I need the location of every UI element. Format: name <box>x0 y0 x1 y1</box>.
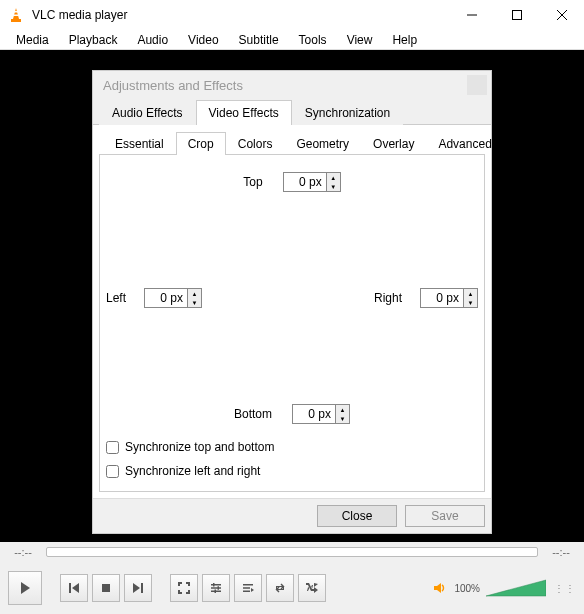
svg-rect-16 <box>243 584 253 586</box>
next-button[interactable] <box>124 574 152 602</box>
menu-video[interactable]: Video <box>178 31 228 49</box>
close-button[interactable] <box>539 0 584 30</box>
crop-right-spinner[interactable]: ▲▼ <box>420 288 478 308</box>
loop-button[interactable] <box>266 574 294 602</box>
subtab-colors[interactable]: Colors <box>226 132 285 155</box>
svg-rect-13 <box>213 583 215 587</box>
svg-rect-11 <box>211 587 221 589</box>
svg-rect-9 <box>141 583 143 593</box>
vlc-logo-icon <box>8 7 24 23</box>
save-dialog-button[interactable]: Save <box>405 505 485 527</box>
menu-media[interactable]: Media <box>6 31 59 49</box>
svg-rect-15 <box>215 590 217 594</box>
crop-left-spinner[interactable]: ▲▼ <box>144 288 202 308</box>
subtab-essential[interactable]: Essential <box>103 132 176 155</box>
svg-rect-1 <box>14 11 18 13</box>
svg-rect-4 <box>512 11 521 20</box>
crop-right-label: Right <box>374 291 402 305</box>
menu-audio[interactable]: Audio <box>127 31 178 49</box>
crop-bottom-label: Bottom <box>234 407 272 421</box>
volume-control: 100% ⋮⋮ <box>432 578 576 598</box>
menu-bar: Media Playback Audio Video Subtitle Tool… <box>0 30 584 50</box>
svg-rect-8 <box>102 584 110 592</box>
tab-audio-effects[interactable]: Audio Effects <box>99 100 196 125</box>
svg-rect-18 <box>243 591 250 593</box>
speaker-icon[interactable] <box>432 580 448 596</box>
video-effects-panel: Essential Crop Colors Geometry Overlay A… <box>93 125 491 498</box>
more-icon[interactable]: ⋮⋮ <box>554 583 576 594</box>
svg-rect-17 <box>243 587 250 589</box>
spin-up-icon[interactable]: ▲ <box>336 405 349 414</box>
crop-left-input[interactable] <box>145 289 187 307</box>
dialog-title: Adjustments and Effects <box>93 71 491 99</box>
spin-up-icon[interactable]: ▲ <box>464 289 477 298</box>
spin-down-icon[interactable]: ▼ <box>336 414 349 423</box>
crop-top-spinner[interactable]: ▲▼ <box>283 172 341 192</box>
close-dialog-button[interactable]: Close <box>317 505 397 527</box>
tab-synchronization[interactable]: Synchronization <box>292 100 403 125</box>
crop-panel: Top ▲▼ Left ▲▼ Right <box>99 155 485 492</box>
remaining-time: --:-- <box>546 546 576 558</box>
subtab-crop[interactable]: Crop <box>176 132 226 155</box>
crop-top-label: Top <box>243 175 262 189</box>
seek-row: --:-- --:-- <box>0 542 584 562</box>
sync-top-bottom-checkbox[interactable] <box>106 441 119 454</box>
main-tabs: Audio Effects Video Effects Synchronizat… <box>93 99 491 125</box>
seek-slider[interactable] <box>46 547 538 557</box>
adjustments-effects-dialog: Adjustments and Effects Audio Effects Vi… <box>92 70 492 534</box>
svg-rect-14 <box>218 586 220 590</box>
shuffle-button[interactable] <box>298 574 326 602</box>
playlist-button[interactable] <box>234 574 262 602</box>
crop-left-label: Left <box>106 291 126 305</box>
spin-up-icon[interactable]: ▲ <box>327 173 340 182</box>
maximize-button[interactable] <box>494 0 539 30</box>
sync-left-right-checkbox[interactable] <box>106 465 119 478</box>
volume-percent: 100% <box>454 583 480 594</box>
title-bar: VLC media player <box>0 0 584 30</box>
dialog-close-icon[interactable] <box>467 75 487 95</box>
subtab-advanced[interactable]: Advanced <box>426 132 503 155</box>
spin-down-icon[interactable]: ▼ <box>188 298 201 307</box>
menu-tools[interactable]: Tools <box>289 31 337 49</box>
fullscreen-button[interactable] <box>170 574 198 602</box>
play-button[interactable] <box>8 571 42 605</box>
menu-view[interactable]: View <box>337 31 383 49</box>
sub-tabs: Essential Crop Colors Geometry Overlay A… <box>99 131 485 155</box>
minimize-button[interactable] <box>449 0 494 30</box>
subtab-overlay[interactable]: Overlay <box>361 132 426 155</box>
dialog-footer: Close Save <box>93 498 491 533</box>
playback-controls: 100% ⋮⋮ <box>0 562 584 614</box>
crop-bottom-spinner[interactable]: ▲▼ <box>292 404 350 424</box>
menu-help[interactable]: Help <box>382 31 427 49</box>
spin-up-icon[interactable]: ▲ <box>188 289 201 298</box>
extended-settings-button[interactable] <box>202 574 230 602</box>
sync-left-right-label: Synchronize left and right <box>125 464 260 478</box>
crop-top-input[interactable] <box>284 173 326 191</box>
crop-bottom-input[interactable] <box>293 405 335 423</box>
window-title: VLC media player <box>32 8 449 22</box>
spin-down-icon[interactable]: ▼ <box>327 182 340 191</box>
previous-button[interactable] <box>60 574 88 602</box>
video-area: Adjustments and Effects Audio Effects Vi… <box>0 50 584 542</box>
spin-down-icon[interactable]: ▼ <box>464 298 477 307</box>
elapsed-time: --:-- <box>8 546 38 558</box>
stop-button[interactable] <box>92 574 120 602</box>
svg-rect-10 <box>211 584 221 586</box>
crop-right-input[interactable] <box>421 289 463 307</box>
tab-video-effects[interactable]: Video Effects <box>196 100 292 125</box>
menu-subtitle[interactable]: Subtitle <box>229 31 289 49</box>
svg-rect-7 <box>69 583 71 593</box>
volume-slider[interactable] <box>486 578 546 598</box>
sync-top-bottom-label: Synchronize top and bottom <box>125 440 274 454</box>
subtab-geometry[interactable]: Geometry <box>284 132 361 155</box>
menu-playback[interactable]: Playback <box>59 31 128 49</box>
svg-rect-0 <box>11 19 21 22</box>
window-buttons <box>449 0 584 30</box>
svg-rect-2 <box>13 15 18 17</box>
